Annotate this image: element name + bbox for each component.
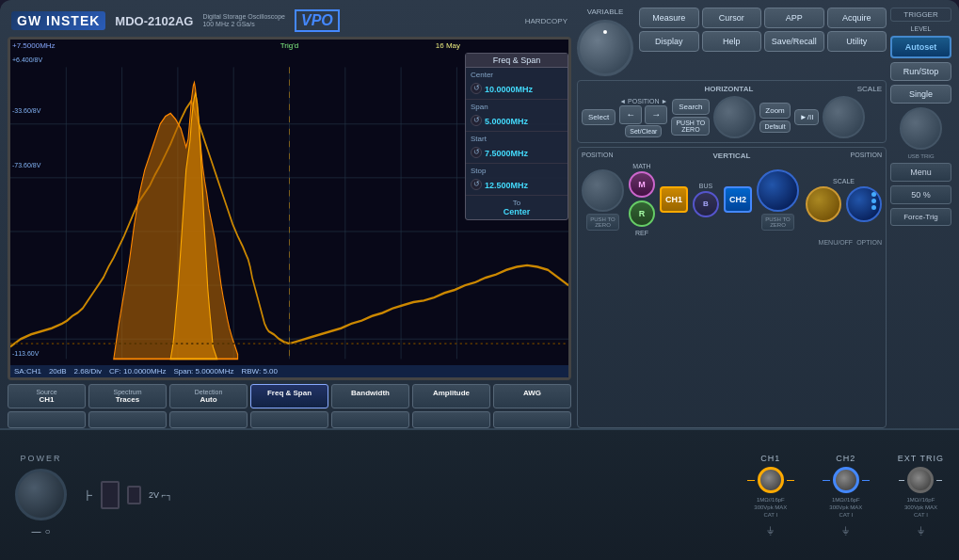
ch2-ground-icon: ⏚ bbox=[842, 523, 849, 536]
to-center-item[interactable]: To Center bbox=[466, 196, 567, 219]
scale-knob-ch1[interactable] bbox=[806, 186, 841, 222]
ch1-connector-section: CH1 1MΩ//16pF300Vpk MAXCAT I ⏚ bbox=[747, 454, 794, 536]
scale-knob-ch2[interactable] bbox=[846, 186, 882, 222]
bus-label: BUS bbox=[699, 183, 712, 189]
select-button[interactable]: Select bbox=[582, 109, 615, 125]
power-knob[interactable] bbox=[15, 469, 67, 520]
softkey-4[interactable] bbox=[250, 411, 328, 428]
ref-button[interactable]: R bbox=[629, 200, 655, 227]
ext-ground-icon: ⏚ bbox=[918, 523, 924, 536]
usb-port[interactable] bbox=[101, 481, 120, 509]
rbw-label: RBW: 5.00 bbox=[241, 367, 278, 376]
bandwidth-button[interactable]: Bandwidth bbox=[331, 384, 409, 408]
cf-label: CF: 10.0000MHz bbox=[109, 367, 166, 376]
freq-span-button[interactable]: Freq & Span bbox=[250, 384, 328, 408]
autoset-button[interactable]: Autoset bbox=[890, 36, 951, 58]
set-clear-button[interactable]: Set/Clear bbox=[625, 125, 662, 137]
zoom-button[interactable]: Zoom bbox=[759, 103, 790, 119]
ch1-specs: 1MΩ//16pF300Vpk MAXCAT I bbox=[754, 497, 787, 519]
spectrum-traces-button[interactable]: Spectrum Traces bbox=[88, 384, 167, 408]
ch1-button[interactable]: CH1 bbox=[660, 186, 688, 213]
scale-knob-horiz[interactable] bbox=[823, 96, 865, 138]
screen-button-row: Source CH1 Spectrum Traces Detection Aut… bbox=[8, 384, 571, 408]
ext-trig-connector-section: EXT TRIG 1MΩ//16pF300Vpk MAXCAT I ⏚ bbox=[898, 454, 944, 536]
ext-trig-specs: 1MΩ//16pF300Vpk MAXCAT I bbox=[904, 497, 937, 519]
ch2-bnc-connector[interactable] bbox=[833, 467, 859, 493]
softkey-1[interactable] bbox=[8, 411, 86, 428]
ch2-button[interactable]: CH2 bbox=[724, 186, 752, 213]
single-button[interactable]: Single bbox=[890, 85, 951, 104]
trigger-label: TRIGGER bbox=[890, 8, 951, 22]
voltage-label: 2V ⌐┐ bbox=[149, 490, 172, 500]
push-to-zero-ch2[interactable]: PUSH TOZERO bbox=[761, 214, 793, 231]
run-stop-button[interactable]: Run/Stop bbox=[890, 62, 951, 81]
ch2-connector-label: CH2 bbox=[836, 454, 855, 463]
nav-left-button[interactable]: ← bbox=[619, 105, 642, 124]
trigger-level-knob[interactable] bbox=[900, 107, 942, 150]
menu-off-label: MENU/OFF bbox=[819, 239, 854, 246]
softkey-3[interactable] bbox=[169, 411, 248, 428]
amplitude-button[interactable]: Amplitude bbox=[412, 384, 490, 408]
measure-button[interactable]: Measure bbox=[639, 8, 699, 28]
force-trig-button[interactable]: Force-Trig bbox=[890, 208, 951, 226]
position-label-vert-left: POSITION bbox=[582, 152, 613, 160]
math-button[interactable]: M bbox=[629, 171, 655, 198]
sa-label: SA:CH1 bbox=[14, 367, 41, 376]
ch1-bnc-connector[interactable] bbox=[758, 467, 784, 493]
screen-statusbar: SA:CH1 20dB 2.68/Div CF: 10.0000MHz Span… bbox=[10, 365, 568, 377]
ext-trig-label: EXT TRIG bbox=[898, 454, 944, 463]
acquire-button[interactable]: Acquire bbox=[827, 8, 887, 28]
div-label: 2.68/Div bbox=[74, 367, 102, 376]
horizontal-label: HORIZONTAL bbox=[704, 85, 753, 93]
y-label-2: -33.60/8V bbox=[12, 107, 40, 114]
save-recall-button[interactable]: Save/Recall bbox=[764, 31, 824, 52]
help-button[interactable]: Help bbox=[702, 31, 762, 52]
usb-symbol-icon: ⊦ bbox=[86, 487, 93, 504]
variable-knob[interactable] bbox=[577, 20, 633, 76]
screen-trig-indicator: Trig'd bbox=[280, 41, 298, 50]
nav-right-button[interactable]: → bbox=[645, 105, 667, 124]
softkey-7[interactable] bbox=[493, 411, 571, 428]
hardcopy-button[interactable]: HARDCOPY bbox=[525, 17, 567, 25]
model-name: MDO-2102AG bbox=[115, 14, 193, 28]
app-button[interactable]: APP bbox=[764, 8, 824, 28]
display-button[interactable]: Display bbox=[639, 31, 699, 52]
start-item[interactable]: Start ↺7.5000MHz bbox=[466, 132, 567, 164]
play-pause-button[interactable]: ►/II bbox=[794, 109, 820, 125]
fifty-percent-button[interactable]: 50 % bbox=[890, 185, 951, 204]
model-specs: Digital Storage Oscilloscope 100 MHz 2 G… bbox=[202, 13, 285, 29]
detection-button[interactable]: Detection Auto bbox=[169, 384, 248, 408]
utility-button[interactable]: Utility bbox=[827, 31, 887, 52]
stop-item[interactable]: Stop ↺12.500MHz bbox=[466, 164, 567, 196]
screen-date: 16 May bbox=[436, 41, 460, 50]
ch2-connector-section: CH2 1MΩ//16pF300Vpk MAXCAT I ⏚ bbox=[823, 454, 870, 536]
ch1-connector-label: CH1 bbox=[760, 454, 780, 463]
softkey-6[interactable] bbox=[412, 411, 490, 428]
cursor-button[interactable]: Cursor bbox=[702, 8, 762, 28]
push-to-zero-ch1[interactable]: PUSH TOZERO bbox=[586, 214, 618, 231]
y-label-top: +6.400/8V bbox=[12, 56, 42, 63]
option-label: OPTION bbox=[856, 239, 882, 246]
power-off-switch[interactable]: ○ bbox=[44, 526, 50, 536]
bus-button[interactable]: B bbox=[693, 191, 719, 217]
softkey-5[interactable] bbox=[331, 411, 409, 428]
push-to-zero-horiz[interactable]: PUSH TOZERO bbox=[671, 117, 710, 136]
center-freq-item[interactable]: Center ↺10.0000MHz bbox=[466, 68, 567, 100]
position-knob-ch1[interactable] bbox=[582, 169, 624, 212]
default-button[interactable]: Default bbox=[759, 120, 790, 133]
span-label: Span: 5.0000MHz bbox=[173, 367, 233, 376]
source-button[interactable]: Source CH1 bbox=[8, 384, 86, 408]
position-knob-horiz[interactable] bbox=[713, 96, 756, 138]
trigger-menu-button[interactable]: Menu bbox=[890, 163, 951, 182]
awg-button[interactable]: AWG bbox=[493, 384, 571, 408]
position-knob-ch2[interactable] bbox=[757, 169, 799, 212]
power-label: POWER bbox=[20, 454, 61, 463]
softkey-2[interactable] bbox=[88, 411, 167, 428]
search-button[interactable]: Search bbox=[672, 99, 709, 115]
power-on-switch[interactable]: — bbox=[31, 526, 40, 536]
ext-trig-bnc-connector[interactable] bbox=[907, 467, 934, 493]
sd-port[interactable] bbox=[127, 486, 141, 504]
span-item[interactable]: Span ↺5.0000MHz bbox=[466, 100, 567, 132]
oscilloscope-screen: +7.5 +10.0 +12.5 +7.5000MHz Trig'd 16 Ma… bbox=[8, 37, 571, 380]
variable-label: VARIABLE bbox=[587, 8, 624, 16]
